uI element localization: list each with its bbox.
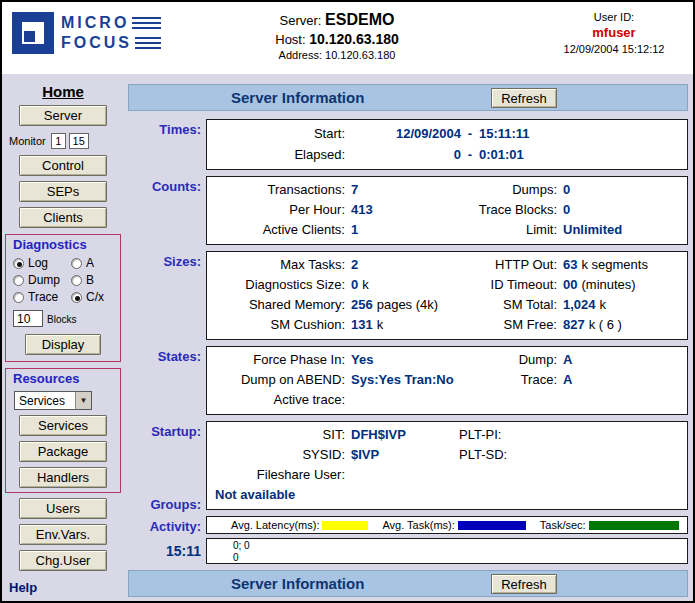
- field-label: Dumps:: [459, 180, 563, 200]
- field-value: 00(minutes): [563, 275, 681, 295]
- field-value: 2: [351, 255, 459, 275]
- task-sec-color-bar: [589, 521, 679, 530]
- field-value: A: [563, 350, 681, 370]
- radio-icon: [13, 275, 24, 286]
- diagnostics-panel: Diagnostics Log A Dump B Trace C/x Block…: [5, 234, 121, 362]
- monitor-input-1[interactable]: [51, 133, 66, 149]
- server-label: Server:: [280, 13, 322, 28]
- handlers-button[interactable]: Handlers: [19, 467, 107, 488]
- field-label: Dump on ABEND:: [213, 370, 351, 390]
- sidebar: Home Server Monitor Control SEPs Clients…: [2, 74, 124, 601]
- package-button[interactable]: Package: [19, 441, 107, 462]
- services-button[interactable]: Services: [19, 415, 107, 436]
- field-value: 12/09/2004: [351, 123, 461, 144]
- home-link[interactable]: Home: [2, 83, 124, 100]
- task-ms-legend-label: Avg. Task(ms):: [382, 519, 454, 531]
- resources-select[interactable]: Services ▼: [14, 391, 92, 410]
- user-id-label: User ID:: [549, 11, 679, 23]
- field-label: Diagnostics Size:: [213, 275, 351, 295]
- field-value: Sys:Yes Tran:No: [351, 370, 459, 390]
- field-label: HTTP Out:: [459, 255, 563, 275]
- field-value: [563, 465, 681, 485]
- startup-section: Startup: Groups: SIT: DFH$IVP PLT-PI: SY…: [128, 421, 688, 510]
- field-value: 0k: [351, 275, 459, 295]
- cx-radio[interactable]: C/x: [71, 290, 120, 304]
- seps-button[interactable]: SEPs: [19, 181, 107, 202]
- blocks-input[interactable]: [13, 310, 43, 327]
- field-label: PLT-SD:: [459, 445, 563, 465]
- micro-focus-logo: MICRO FOCUS: [12, 12, 161, 54]
- user-id-value: mfuser: [549, 25, 679, 40]
- field-value: [563, 390, 681, 410]
- field-value: DFH$IVP: [351, 425, 459, 445]
- field-value: 15:11:11: [479, 123, 530, 144]
- field-value: $IVP: [351, 445, 459, 465]
- server-info-header-bar: Server Information Refresh: [128, 84, 688, 111]
- b-radio[interactable]: B: [71, 273, 120, 287]
- timestamp: 12/09/2004 15:12:12: [549, 43, 679, 55]
- sizes-section: Sizes: Max Tasks: 2 HTTP Out: 63k segmen…: [128, 251, 688, 340]
- radio-icon: [71, 275, 82, 286]
- display-button[interactable]: Display: [25, 334, 101, 355]
- trace-radio-label: Trace: [28, 290, 58, 304]
- field-label: Transactions:: [213, 180, 351, 200]
- menu-link[interactable]: Menu: [9, 599, 124, 601]
- env-vars-button[interactable]: Env.Vars.: [19, 524, 107, 545]
- a-radio[interactable]: A: [71, 256, 120, 270]
- main-panel: Server Information Refresh Times: Start:…: [124, 74, 693, 601]
- logo-stripes: [132, 17, 161, 29]
- logo-inner-square: [24, 31, 35, 42]
- field-value: 131k: [351, 315, 459, 335]
- field-label: Shared Memory:: [213, 295, 351, 315]
- field-value: Unlimited: [563, 220, 681, 240]
- radio-icon: [13, 258, 24, 269]
- control-button[interactable]: Control: [19, 155, 107, 176]
- radio-icon: [71, 292, 82, 303]
- field-label: Elapsed:: [213, 144, 351, 165]
- field-label: ID Timeout:: [459, 275, 563, 295]
- states-row: Active trace:: [213, 390, 681, 410]
- field-value: 1: [351, 220, 459, 240]
- activity-legend: Avg. Latency(ms): Avg. Task(ms): Task/se…: [206, 516, 688, 534]
- logo-word-focus: FOCUS: [61, 33, 132, 53]
- refresh-button-top[interactable]: Refresh: [491, 88, 557, 108]
- clients-button[interactable]: Clients: [19, 207, 107, 228]
- field-label: Fileshare User:: [213, 465, 351, 485]
- field-value: 0: [563, 200, 681, 220]
- field-label: PLT-PI:: [459, 425, 563, 445]
- server-button[interactable]: Server: [19, 105, 107, 126]
- address-value: 10.120.63.180: [325, 49, 395, 61]
- host-label: Host:: [275, 32, 305, 47]
- dump-radio[interactable]: Dump: [13, 273, 71, 287]
- field-label: Max Tasks:: [213, 255, 351, 275]
- radio-icon: [13, 292, 24, 303]
- b-radio-label: B: [86, 273, 94, 287]
- chg-user-button[interactable]: Chg.User: [19, 550, 107, 571]
- refresh-button-bottom[interactable]: Refresh: [491, 574, 557, 594]
- log-radio[interactable]: Log: [13, 256, 71, 270]
- field-label: SIT:: [213, 425, 351, 445]
- field-label: Per Hour:: [213, 200, 351, 220]
- field-label: SM Cushion:: [213, 315, 351, 335]
- field-label: Force Phase In:: [213, 350, 351, 370]
- log-radio-label: Log: [28, 256, 48, 270]
- groups-section-label: Groups:: [150, 497, 201, 512]
- help-label: Help: [9, 580, 124, 595]
- page-title: Server Information: [231, 89, 364, 106]
- field-label: SYSID:: [213, 445, 351, 465]
- chevron-down-icon[interactable]: ▼: [75, 392, 91, 409]
- monitor-row: Monitor: [9, 132, 124, 150]
- host-value: 10.120.63.180: [309, 31, 399, 47]
- start-row: Start: 12/09/2004 - 15:11:11: [213, 123, 681, 144]
- footer-title: Server Information: [231, 575, 364, 592]
- activity-data-box: 0; 0 0: [206, 538, 688, 564]
- server-info-footer-bar: Server Information Refresh: [128, 570, 688, 597]
- field-label: [459, 390, 563, 410]
- sizes-row: Max Tasks: 2 HTTP Out: 63k segments: [213, 255, 681, 275]
- trace-radio[interactable]: Trace: [13, 290, 71, 304]
- users-button[interactable]: Users: [19, 498, 107, 519]
- field-label: SM Total:: [459, 295, 563, 315]
- counts-row: Active Clients: 1 Limit: Unlimited: [213, 220, 681, 240]
- field-value: 0: [563, 180, 681, 200]
- monitor-input-2[interactable]: [69, 133, 89, 149]
